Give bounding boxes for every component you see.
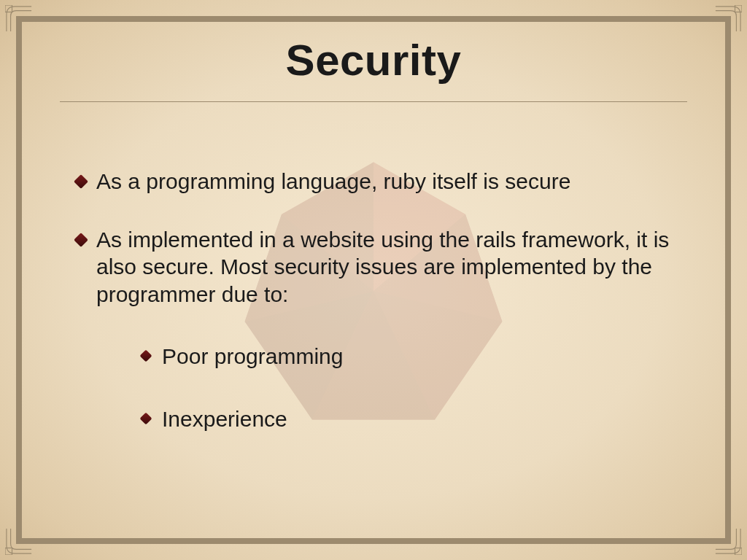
sub-bullet-item: Poor programming [142,343,687,370]
bullet-list: As a programming language, ruby itself i… [60,168,687,432]
sub-bullet-text: Inexperience [162,407,287,431]
bullet-text: As implemented in a website using the ra… [96,228,669,306]
bullet-item: As implemented in a website using the ra… [76,226,687,433]
sub-bullet-text: Poor programming [162,344,343,368]
sub-bullet-item: Inexperience [142,405,687,433]
slide-title: Security [60,35,687,85]
sub-bullet-list: Poor programming Inexperience [96,343,687,432]
bullet-item: As a programming language, ruby itself i… [76,168,687,195]
slide-content: Security As a programming language, ruby… [16,16,731,544]
bullet-text: As a programming language, ruby itself i… [96,169,570,193]
title-section: Security [60,35,687,102]
